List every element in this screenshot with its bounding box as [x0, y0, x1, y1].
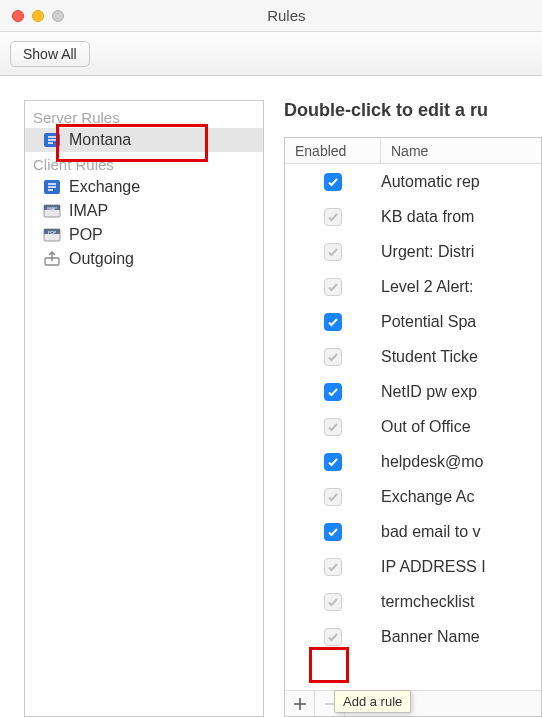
rule-name: Urgent: Distri [381, 243, 541, 261]
sidebar-item-label: POP [69, 226, 103, 244]
enabled-checkbox[interactable] [324, 523, 342, 541]
table-row[interactable]: bad email to v [285, 514, 541, 549]
table-row[interactable]: Exchange Ac [285, 479, 541, 514]
tooltip-text: Add a rule [343, 694, 402, 709]
outgoing-icon [43, 250, 61, 268]
svg-text:IMAP: IMAP [47, 206, 57, 211]
sidebar-item-imap[interactable]: IMAP IMAP [25, 199, 263, 223]
table-row[interactable]: helpdesk@mo [285, 444, 541, 479]
minimize-button[interactable] [32, 10, 44, 22]
rule-name: Automatic rep [381, 173, 541, 191]
enabled-checkbox[interactable] [324, 453, 342, 471]
table-row[interactable]: Potential Spa [285, 304, 541, 339]
titlebar: Rules [0, 0, 542, 32]
traffic-lights [12, 10, 64, 22]
sidebar-item-label: IMAP [69, 202, 108, 220]
exchange-icon [43, 131, 61, 149]
table-row[interactable]: Student Ticke [285, 339, 541, 374]
table-row[interactable]: KB data from [285, 199, 541, 234]
rule-name: Potential Spa [381, 313, 541, 331]
table-row[interactable]: NetID pw exp [285, 374, 541, 409]
rule-name: Banner Name [381, 628, 541, 646]
rule-name: KB data from [381, 208, 541, 226]
table-row[interactable]: termchecklist [285, 584, 541, 619]
sidebar-item-outgoing[interactable]: Outgoing [25, 247, 263, 271]
enabled-checkbox[interactable] [324, 593, 342, 611]
show-all-button[interactable]: Show All [10, 41, 90, 67]
sidebar-item-label: Outgoing [69, 250, 134, 268]
sidebar-item-label: Montana [69, 131, 131, 149]
enabled-checkbox[interactable] [324, 208, 342, 226]
rule-name: Level 2 Alert: [381, 278, 541, 296]
enabled-checkbox[interactable] [324, 418, 342, 436]
svg-text:POP: POP [48, 230, 57, 235]
instruction-text: Double-click to edit a ru [284, 100, 542, 121]
enabled-checkbox[interactable] [324, 313, 342, 331]
sidebar-item-pop[interactable]: POP POP [25, 223, 263, 247]
main: Double-click to edit a ru Enabled Name A… [284, 100, 542, 717]
table-row[interactable]: Urgent: Distri [285, 234, 541, 269]
sidebar-item-label: Exchange [69, 178, 140, 196]
table-row[interactable]: Level 2 Alert: [285, 269, 541, 304]
table-footer [285, 690, 541, 716]
rule-name: IP ADDRESS I [381, 558, 541, 576]
table-header: Enabled Name [285, 138, 541, 164]
table-row[interactable]: IP ADDRESS I [285, 549, 541, 584]
imap-icon: IMAP [43, 202, 61, 220]
rule-name: termchecklist [381, 593, 541, 611]
enabled-checkbox[interactable] [324, 243, 342, 261]
sidebar-group-header-server: Server Rules [25, 105, 263, 128]
rule-name: Exchange Ac [381, 488, 541, 506]
sidebar-group-header-client: Client Rules [25, 152, 263, 175]
sidebar-item-montana[interactable]: Montana [25, 128, 263, 152]
rules-table: Enabled Name Automatic repKB data fromUr… [284, 137, 542, 717]
rule-name: helpdesk@mo [381, 453, 541, 471]
window-title: Rules [267, 7, 305, 24]
column-header-enabled[interactable]: Enabled [285, 138, 381, 163]
enabled-checkbox[interactable] [324, 558, 342, 576]
add-rule-button[interactable] [285, 691, 315, 716]
rule-name: bad email to v [381, 523, 541, 541]
table-row[interactable]: Banner Name [285, 619, 541, 654]
rule-name: NetID pw exp [381, 383, 541, 401]
close-button[interactable] [12, 10, 24, 22]
table-row[interactable]: Automatic rep [285, 164, 541, 199]
sidebar-item-exchange[interactable]: Exchange [25, 175, 263, 199]
sidebar: Server Rules Montana Client Rules Exchan… [24, 100, 264, 717]
pop-icon: POP [43, 226, 61, 244]
tooltip: Add a rule [334, 690, 411, 713]
zoom-button [52, 10, 64, 22]
enabled-checkbox[interactable] [324, 348, 342, 366]
exchange-icon [43, 178, 61, 196]
table-row[interactable]: Out of Office [285, 409, 541, 444]
rule-name: Out of Office [381, 418, 541, 436]
enabled-checkbox[interactable] [324, 488, 342, 506]
table-body: Automatic repKB data fromUrgent: DistriL… [285, 164, 541, 690]
column-header-name[interactable]: Name [381, 138, 541, 163]
enabled-checkbox[interactable] [324, 383, 342, 401]
enabled-checkbox[interactable] [324, 173, 342, 191]
enabled-checkbox[interactable] [324, 628, 342, 646]
toolbar: Show All [0, 32, 542, 76]
enabled-checkbox[interactable] [324, 278, 342, 296]
rule-name: Student Ticke [381, 348, 541, 366]
